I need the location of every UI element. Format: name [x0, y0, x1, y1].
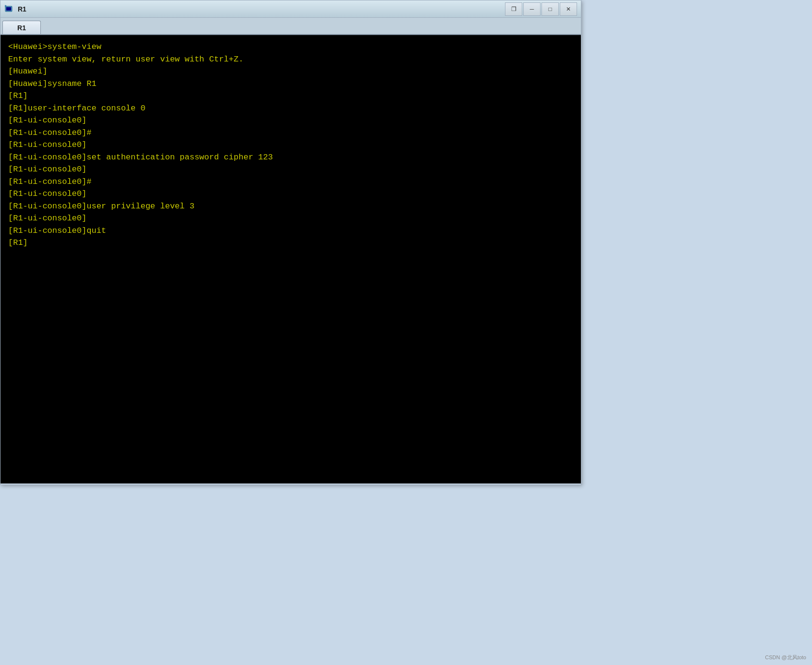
window-controls: ❐ ─ □ ✕ — [505, 2, 577, 16]
terminal-line: [R1] — [8, 237, 573, 249]
terminal-output[interactable]: <Huawei>system-viewEnter system view, re… — [0, 35, 581, 484]
main-window: R1 ❐ ─ □ ✕ R1 <Huawei>system-viewEnter s… — [0, 0, 581, 485]
app-icon — [4, 4, 14, 14]
terminal-line: [R1]user-interface console 0 — [8, 102, 573, 115]
close-button[interactable]: ✕ — [560, 2, 577, 16]
terminal-line: [R1-ui-console0] — [8, 139, 573, 151]
terminal-line: [R1-ui-console0] — [8, 163, 573, 176]
terminal-line: [R1-ui-console0]quit — [8, 225, 573, 237]
terminal-line: [R1] — [8, 90, 573, 102]
maximize-button[interactable]: □ — [541, 2, 559, 16]
watermark: CSDN @北风toto — [765, 654, 806, 661]
terminal-line: [R1-ui-console0] — [8, 114, 573, 127]
terminal-line: [R1-ui-console0]# — [8, 176, 573, 188]
terminal-line: [R1-ui-console0] — [8, 212, 573, 225]
window-title: R1 — [18, 5, 505, 13]
tab-r1[interactable]: R1 — [2, 21, 41, 34]
svg-rect-2 — [5, 5, 6, 7]
terminal-line: Enter system view, return user view with… — [8, 53, 573, 66]
restore-button[interactable]: ❐ — [505, 2, 522, 16]
terminal-line: <Huawei>system-view — [8, 41, 573, 53]
tab-bar: R1 — [0, 18, 581, 35]
terminal-line: [Huawei] — [8, 65, 573, 78]
terminal-line: [R1-ui-console0]set authentication passw… — [8, 151, 573, 164]
title-bar: R1 ❐ ─ □ ✕ — [0, 0, 581, 18]
terminal-line: [R1-ui-console0] — [8, 188, 573, 200]
terminal-line: [R1-ui-console0]user privilege level 3 — [8, 200, 573, 213]
terminal-line: [Huawei]sysname R1 — [8, 78, 573, 90]
minimize-button[interactable]: ─ — [523, 2, 541, 16]
terminal-line: [R1-ui-console0]# — [8, 127, 573, 139]
svg-rect-1 — [6, 7, 11, 11]
